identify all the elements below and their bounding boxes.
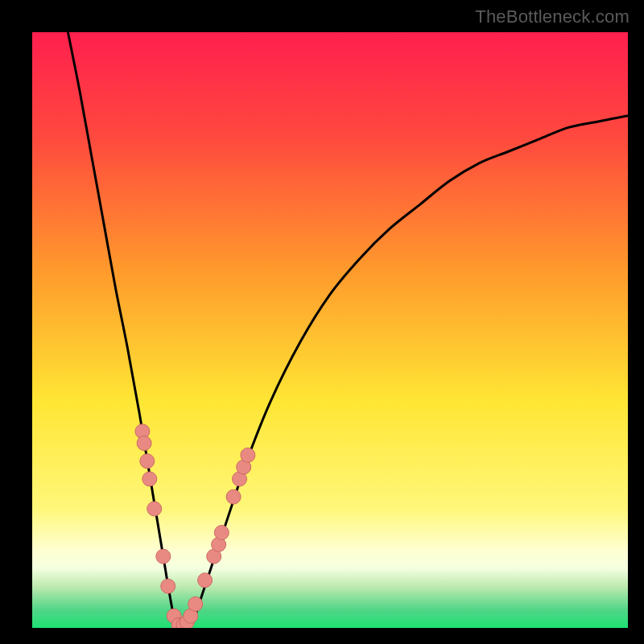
- data-marker: [142, 472, 157, 486]
- data-marker: [147, 502, 162, 516]
- data-marker: [198, 573, 213, 588]
- data-marker: [137, 436, 151, 451]
- plot-area: [32, 32, 628, 628]
- watermark-text: TheBottleneck.com: [475, 6, 630, 27]
- bottleneck-chart-svg: [32, 32, 628, 628]
- data-marker: [241, 448, 255, 462]
- data-marker: [188, 597, 203, 611]
- data-marker: [214, 526, 229, 540]
- chart-frame: TheBottleneck.com: [0, 0, 644, 644]
- data-marker: [161, 579, 175, 593]
- data-marker: [140, 454, 155, 469]
- data-marker: [156, 549, 171, 564]
- gradient-background: [32, 32, 628, 628]
- data-marker: [226, 489, 241, 504]
